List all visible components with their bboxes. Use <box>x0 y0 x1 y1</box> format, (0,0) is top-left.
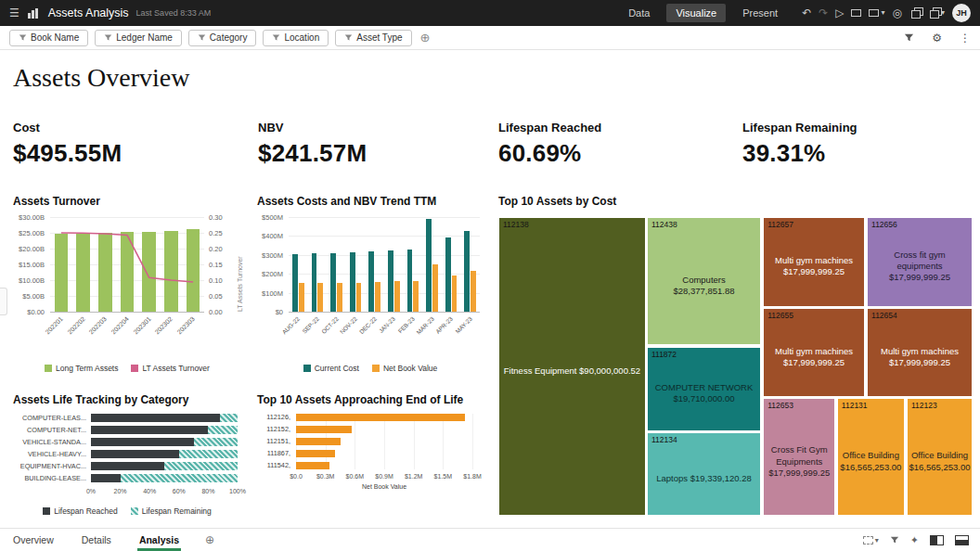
bar-lifespan-remaining[interactable] <box>208 426 238 434</box>
filter-chip-location[interactable]: Location <box>263 30 329 46</box>
display-settings-icon[interactable]: ▾ <box>869 9 884 17</box>
canvas-filter-icon[interactable] <box>890 535 899 545</box>
bar-net-book-value[interactable] <box>471 271 476 312</box>
treemap-cell[interactable]: 112657Multi gym machines $17,999,999.25 <box>763 217 865 307</box>
category-label: EQUIPMENT-HVAC... <box>13 462 86 470</box>
more-options-icon[interactable]: ⋮ <box>960 32 971 45</box>
bar-lifespan-remaining[interactable] <box>164 462 238 470</box>
bar-net-book-value[interactable] <box>337 283 342 312</box>
canvas-tab-analysis[interactable]: Analysis <box>137 529 181 551</box>
bar-current-cost[interactable] <box>426 219 432 312</box>
bar-net-book-value[interactable] <box>296 438 341 445</box>
bar-current-cost[interactable] <box>388 250 393 312</box>
bar-net-book-value[interactable] <box>394 281 400 312</box>
layout-single-icon[interactable] <box>930 535 944 545</box>
bar-net-book-value[interactable] <box>356 283 362 312</box>
treemap-cell-label: Fitness Equipment $90,000,000.52 <box>503 229 641 513</box>
canvas-tab-overview[interactable]: Overview <box>11 529 56 551</box>
treemap-cell[interactable]: 112655Multi gym machines $17,999,999.25 <box>763 308 865 397</box>
bar-net-book-value[interactable] <box>413 281 419 312</box>
pages-dropdown-icon[interactable]: ▾ <box>928 7 945 19</box>
category-label: BUILDING-LEASE... <box>13 474 86 482</box>
auto-insights-icon[interactable]: ✦ <box>910 534 919 546</box>
treemap-cell[interactable]: 112438Computers $28,377,851.88 <box>647 217 761 345</box>
treemap-cell[interactable]: 112653Cross Fit Gym Equipments $17,999,9… <box>763 398 835 516</box>
insight-pin-icon[interactable]: ◎ <box>893 7 902 19</box>
hamburger-menu-icon[interactable]: ☰ <box>9 7 19 19</box>
treemap-cell[interactable]: 112656Cross fit gym equipments $17,999,9… <box>867 217 973 307</box>
filter-chip-category[interactable]: Category <box>188 30 257 46</box>
bar-net-book-value[interactable] <box>452 276 458 312</box>
bar-net-book-value[interactable] <box>296 450 335 457</box>
bar-net-book-value[interactable] <box>375 282 380 312</box>
canvas-tab-details[interactable]: Details <box>80 529 113 551</box>
bar-lifespan-reached[interactable] <box>91 438 194 446</box>
filter-chip-ledger-name[interactable]: Ledger Name <box>95 30 182 46</box>
bar-net-book-value[interactable] <box>296 462 329 469</box>
bar-lifespan-remaining[interactable] <box>121 474 238 482</box>
gridline <box>289 217 480 218</box>
bar-current-cost[interactable] <box>312 253 317 312</box>
user-avatar[interactable]: JH <box>952 4 971 22</box>
legend-item[interactable]: Lifespan Reached <box>43 506 118 516</box>
bar-current-cost[interactable] <box>445 237 451 312</box>
bar-current-cost[interactable] <box>350 252 355 312</box>
legend-item[interactable]: LT Assets Turnover <box>131 364 209 373</box>
bar-lifespan-reached[interactable] <box>91 450 179 458</box>
add-canvas-icon[interactable]: ⊕ <box>205 533 214 546</box>
legend-item[interactable]: Current Cost <box>303 364 359 373</box>
bar-current-cost[interactable] <box>292 254 298 312</box>
kpi-lifespan-reached: Lifespan Reached 60.69% <box>498 121 601 168</box>
legend-label: Current Cost <box>315 364 359 373</box>
bar-net-book-value[interactable] <box>296 414 465 421</box>
treemap-cell[interactable]: 112138Fitness Equipment $90,000,000.52 <box>498 217 646 516</box>
bar-current-cost[interactable] <box>464 231 470 312</box>
tab-present[interactable]: Present <box>733 4 787 22</box>
y2-axis-title: LT Assets Turnover <box>237 217 243 312</box>
present-screen-icon[interactable] <box>851 9 861 17</box>
bar-net-book-value[interactable] <box>299 283 304 312</box>
treemap-cell[interactable]: 111872COMPUTER NETWORK $19,710,000.00 <box>647 347 761 431</box>
top10-cost-card: Top 10 Assets by Cost 112138Fitness Equi… <box>498 195 973 518</box>
bar-lifespan-reached[interactable] <box>91 426 208 434</box>
treemap-cell[interactable]: 112131Office Building $16,565,253.00 <box>837 398 905 516</box>
y-axis-tick-label: $0 <box>257 308 283 316</box>
y-axis-tick-label: $500M <box>257 213 283 222</box>
canvas-scroll-handle[interactable] <box>0 288 7 315</box>
bar-lifespan-reached[interactable] <box>91 462 164 470</box>
layout-split-icon[interactable] <box>955 535 969 545</box>
treemap-cell[interactable]: 112123Office Building $16,565,253.00 <box>907 398 973 516</box>
preview-play-icon[interactable]: ▷ <box>835 7 844 19</box>
bar-lifespan-reached[interactable] <box>91 414 220 422</box>
canvas-grid-icon[interactable]: ▾ <box>863 536 879 545</box>
treemap-cell-label: Cross fit gym equipments $17,999,999.25 <box>871 229 968 304</box>
filter-visibility-icon[interactable] <box>904 32 914 43</box>
bar-lifespan-remaining[interactable] <box>179 450 238 458</box>
export-icon[interactable] <box>909 7 921 19</box>
treemap-cell[interactable]: 112654Multi gym machines $17,999,999.25 <box>867 308 973 397</box>
tab-visualize[interactable]: Visualize <box>666 4 726 22</box>
bar-lifespan-remaining[interactable] <box>220 414 238 422</box>
canvas-settings-icon[interactable]: ⚙ <box>932 32 942 45</box>
redo-icon[interactable]: ↷ <box>819 7 828 19</box>
chart-legend: Lifespan ReachedLifespan Remaining <box>13 506 241 516</box>
bar-lifespan-remaining[interactable] <box>194 438 238 446</box>
bar-net-book-value[interactable] <box>432 264 438 312</box>
bar-net-book-value[interactable] <box>296 426 352 433</box>
bar-lifespan-reached[interactable] <box>91 474 121 482</box>
filter-chip-asset-type[interactable]: Asset Type <box>335 30 411 46</box>
legend-item[interactable]: Lifespan Remaining <box>131 506 212 516</box>
legend-swatch <box>45 365 52 372</box>
bar-current-cost[interactable] <box>330 253 336 312</box>
bar-current-cost[interactable] <box>407 250 413 312</box>
add-filter-icon[interactable]: ⊕ <box>420 31 431 45</box>
tab-data[interactable]: Data <box>619 4 659 22</box>
bar-net-book-value[interactable] <box>317 283 323 312</box>
bar-current-cost[interactable] <box>368 251 374 312</box>
legend-item[interactable]: Long Term Assets <box>45 364 118 373</box>
app-window: ☰ Assets Analysis Last Saved 8:33 AM Dat… <box>0 0 980 551</box>
filter-chip-book-name[interactable]: Book Name <box>9 30 88 46</box>
treemap-cell[interactable]: 112134Laptops $19,339,120.28 <box>647 432 761 516</box>
legend-item[interactable]: Net Book Value <box>372 364 437 373</box>
undo-icon[interactable]: ↶ <box>802 7 811 19</box>
